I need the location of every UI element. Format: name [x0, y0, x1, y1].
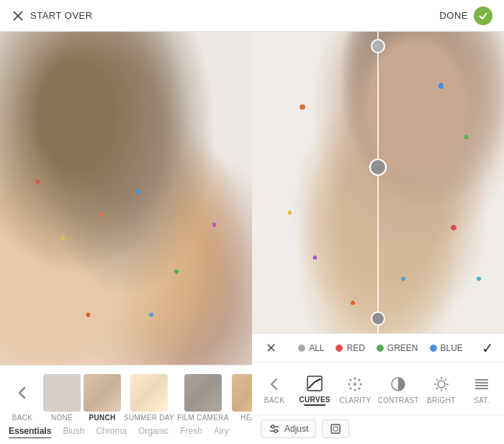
channel-red-label: RED: [346, 343, 364, 353]
tool-bright-icon: [431, 374, 451, 394]
tool-curves[interactable]: CURVES: [295, 370, 334, 409]
channel-all-label: ALL: [309, 343, 324, 353]
svg-point-29: [274, 430, 277, 432]
filter-tabs: Essentials Blush Chroma Organic Fresh Ai…: [0, 426, 252, 444]
tool-clarity[interactable]: CLARITY: [336, 371, 374, 407]
channel-green[interactable]: GREEN: [377, 343, 418, 353]
right-bottom: ✕ ALL RED GREEN: [252, 333, 504, 444]
filter-punch-thumb: [84, 374, 121, 412]
filter-square-icon: [330, 423, 341, 435]
start-over-label: START OVER: [30, 10, 93, 21]
svg-point-13: [438, 381, 445, 388]
back-arrow-icon: [7, 374, 37, 412]
filter-summer[interactable]: SUMMER DAY: [124, 374, 174, 422]
channel-green-dot: [377, 345, 384, 352]
left-photo: [0, 32, 252, 365]
start-over-button[interactable]: START OVER: [12, 9, 93, 22]
filter-punch[interactable]: PUNCH: [84, 374, 121, 422]
svg-line-18: [436, 379, 438, 381]
svg-point-7: [359, 388, 361, 390]
svg-point-11: [360, 383, 362, 386]
adjust-label: Adjust: [284, 424, 308, 434]
svg-line-19: [445, 388, 446, 389]
channel-red[interactable]: RED: [336, 343, 364, 353]
right-image: [252, 32, 504, 333]
tool-sat-label: SAT.: [474, 396, 490, 404]
tool-curves-underline: [304, 404, 325, 406]
filter-film[interactable]: FILM CAMERA: [177, 374, 229, 422]
svg-line-21: [436, 388, 438, 389]
tool-contrast[interactable]: CONTRAST: [376, 371, 420, 407]
channel-red-dot: [336, 345, 343, 352]
tool-contrast-label: CONTRAST: [377, 396, 418, 404]
svg-point-5: [359, 379, 361, 381]
channel-blue[interactable]: BLUE: [430, 343, 463, 353]
tool-curves-icon: [305, 373, 325, 394]
svg-rect-31: [333, 427, 338, 431]
filter-none[interactable]: NONE: [43, 374, 81, 422]
done-check-icon: [474, 6, 492, 25]
adjust-icon: [269, 423, 280, 435]
svg-point-6: [350, 388, 352, 390]
tool-contrast-icon: [388, 374, 408, 394]
adjust-button[interactable]: Adjust: [261, 419, 316, 438]
tab-chroma[interactable]: Chroma: [96, 426, 127, 438]
top-bar: START OVER DONE: [0, 0, 504, 32]
filter-square-button[interactable]: [322, 419, 349, 438]
filter-heat-label: HEAT: [240, 414, 252, 422]
svg-point-10: [348, 383, 351, 386]
filter-summer-thumb: [130, 374, 168, 412]
tab-organic[interactable]: Organic: [138, 426, 168, 438]
filter-none-thumb: [43, 374, 81, 412]
channel-close-button[interactable]: ✕: [262, 340, 279, 356]
slider-handle-mid[interactable]: [369, 159, 387, 176]
filter-summer-label: SUMMER DAY: [124, 414, 174, 422]
svg-point-27: [271, 425, 274, 428]
tab-essentials[interactable]: Essentials: [9, 426, 51, 438]
done-button[interactable]: DONE: [439, 6, 492, 25]
channel-confirm-button[interactable]: ✓: [482, 339, 494, 357]
left-panel: BACK NONE PUNCH: [0, 32, 252, 444]
svg-line-20: [445, 379, 446, 381]
tool-clarity-icon: [345, 374, 365, 394]
filter-heat[interactable]: HEAT: [232, 374, 252, 422]
filter-strip: BACK NONE PUNCH: [0, 365, 252, 444]
tab-blush[interactable]: Blush: [63, 426, 84, 438]
filter-back-label: BACK: [12, 414, 32, 422]
filter-film-label: FILM CAMERA: [177, 414, 229, 422]
slider-handle-bottom[interactable]: [371, 311, 385, 326]
tab-airy[interactable]: Airy: [214, 426, 229, 438]
tool-back-icon: [264, 374, 284, 394]
tab-fresh[interactable]: Fresh: [180, 426, 202, 438]
slider-handle-top[interactable]: [371, 39, 385, 53]
svg-point-9: [354, 389, 356, 391]
filter-heat-thumb: [232, 374, 252, 412]
channel-green-label: GREEN: [387, 343, 418, 353]
tool-clarity-label: CLARITY: [339, 396, 371, 404]
channel-blue-dot: [430, 345, 437, 352]
channel-all[interactable]: ALL: [298, 343, 324, 353]
channel-bar: ✕ ALL RED GREEN: [252, 334, 504, 363]
bottom-action-bar: Adjust: [252, 414, 504, 444]
filter-none-label: NONE: [51, 414, 73, 422]
tools-bar: BACK CURVES: [252, 363, 504, 414]
tool-bright[interactable]: BRIGHT: [422, 371, 461, 407]
svg-rect-30: [331, 425, 340, 433]
filter-thumbnails: BACK NONE PUNCH: [0, 365, 252, 426]
slider-line: [377, 32, 379, 333]
svg-point-8: [354, 378, 356, 380]
tool-back[interactable]: BACK: [255, 371, 294, 407]
svg-point-3: [354, 383, 356, 386]
done-label: DONE: [439, 10, 468, 21]
tool-back-label: BACK: [264, 396, 284, 404]
svg-point-4: [350, 379, 352, 381]
tool-sat-icon: [472, 374, 492, 394]
filter-punch-label: PUNCH: [89, 414, 115, 422]
tool-sat[interactable]: SAT.: [462, 371, 501, 407]
filter-film-thumb: [184, 374, 222, 412]
filter-back-button[interactable]: BACK: [4, 374, 40, 422]
right-panel: ✕ ALL RED GREEN: [252, 32, 504, 444]
channel-blue-label: BLUE: [441, 343, 463, 353]
svg-rect-2: [307, 376, 322, 391]
left-image: [0, 32, 252, 365]
